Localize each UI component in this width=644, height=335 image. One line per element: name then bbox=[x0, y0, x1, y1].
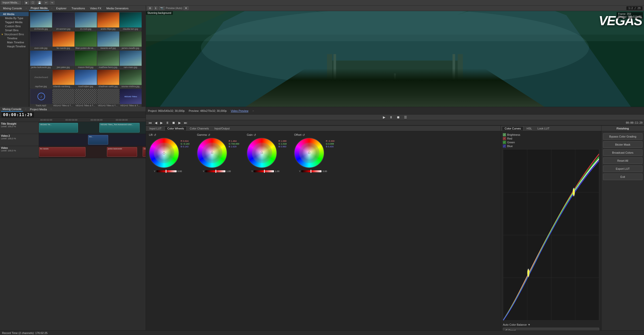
toolbar-undo[interactable]: ↩ bbox=[44, 1, 49, 5]
media-item[interactable]: mason-field.jpg bbox=[75, 50, 97, 69]
track-clip[interactable]: fer-nando bbox=[39, 147, 86, 157]
media-item[interactable]: lilian-justen-de-vasco ncellos.jpg bbox=[75, 31, 97, 50]
wheel-lift-wheel[interactable] bbox=[149, 138, 179, 168]
stop-btn[interactable]: ⏹ bbox=[396, 115, 401, 119]
track-clip[interactable]: janke-laskowski bbox=[107, 147, 137, 157]
track-clip[interactable]: claudia-lam bbox=[143, 147, 146, 157]
tree-main-timeline[interactable]: Main Timeline bbox=[0, 40, 29, 44]
media-item[interactable]: 19-friends.jpg bbox=[30, 12, 52, 31]
tree-smart-bins[interactable]: Smart Bins bbox=[0, 28, 29, 32]
checkbox-brightness[interactable]: ✓ bbox=[503, 133, 506, 136]
media-item[interactable]: james-zwadlo.jpg bbox=[119, 31, 141, 50]
wheel-lift-reset[interactable]: ↺ bbox=[154, 133, 156, 137]
tc-end[interactable]: ⏭ bbox=[183, 121, 188, 125]
play-btn[interactable]: ▶ bbox=[382, 115, 386, 119]
tc-prev[interactable]: ◀ bbox=[154, 121, 158, 125]
wheel-gamma-y-slider[interactable] bbox=[205, 170, 225, 172]
wheel-offset-y-slider[interactable] bbox=[301, 170, 321, 172]
tc-next[interactable]: ▶ bbox=[177, 121, 182, 125]
tab-color-curves[interactable]: Color Curves bbox=[502, 126, 524, 130]
media-item[interactable]: 20-women.jpg bbox=[52, 12, 74, 31]
media-item[interactable]: iswanto-arif.jpg bbox=[97, 31, 119, 50]
checkbox-blue[interactable]: ✓ bbox=[503, 145, 506, 148]
tab-project-media-2[interactable]: Project Media bbox=[28, 107, 48, 111]
wheel-gain-wheel[interactable] bbox=[247, 138, 277, 168]
tab-transitions[interactable]: Transitions bbox=[70, 6, 86, 10]
toolbar-save[interactable]: 💾 bbox=[36, 1, 43, 5]
media-item[interactable]: VEGAS Titles VEGAS Titles & Text ADVANCE… bbox=[119, 89, 141, 107]
preview-settings-btn[interactable]: ⚙ bbox=[147, 6, 153, 10]
tab-explorer[interactable]: Explorer bbox=[55, 6, 68, 10]
preview-camera-btn[interactable]: 📷 bbox=[159, 6, 165, 10]
tab-input-lut[interactable]: Input LUT bbox=[147, 126, 164, 130]
media-item[interactable]: 21-rock.jpg bbox=[75, 12, 97, 31]
broadcast-colors-btn[interactable]: Broadcast Colors bbox=[603, 149, 642, 156]
tc-stop2[interactable]: ⏹ bbox=[171, 121, 176, 125]
tab-project-media[interactable]: Project Media bbox=[29, 6, 49, 11]
tab-color-channels[interactable]: Color Channels bbox=[187, 126, 211, 130]
media-item[interactable]: VEGAS Titles & Text 43 bbox=[75, 89, 97, 107]
track-clip[interactable]: bw... bbox=[88, 135, 108, 145]
curve-graph[interactable] bbox=[503, 149, 599, 321]
media-item[interactable]: janke-laskowski.jpg bbox=[30, 50, 52, 69]
loop-btn[interactable]: ☰ bbox=[403, 115, 408, 119]
media-item[interactable]: evor-cole.jpg bbox=[30, 31, 52, 50]
tc-pause2[interactable]: ⏸ bbox=[165, 121, 170, 125]
bypass-color-grading-btn[interactable]: Bypass Color Grading bbox=[603, 133, 642, 140]
tree-haupt-timeline[interactable]: Haupt-Timeline bbox=[0, 44, 29, 48]
media-item[interactable]: rolands-varsbergs.jpg bbox=[52, 70, 74, 88]
tree-timeline[interactable]: Timeline bbox=[0, 36, 29, 40]
toolbar-new[interactable]: ▶ bbox=[24, 1, 29, 5]
media-item[interactable]: VEGAS Titles & Text 42 bbox=[52, 89, 74, 107]
tree-media-by-type[interactable]: Media By Type bbox=[0, 16, 29, 20]
tab-mixing-console[interactable]: Mixing Console bbox=[2, 6, 23, 10]
toolbar-open[interactable]: ☐ bbox=[30, 1, 35, 5]
wheel-offset-wheel[interactable] bbox=[294, 138, 324, 168]
import-media-btn[interactable]: Import Media... bbox=[1, 1, 21, 5]
media-item[interactable]: joe-yates.jpg bbox=[52, 50, 74, 69]
tree-tagged-media[interactable]: Tagged Media bbox=[0, 20, 29, 24]
preview-info-btn[interactable]: ℹ bbox=[154, 6, 158, 10]
bezier-mask-btn[interactable]: Bézier Mask bbox=[603, 141, 642, 148]
wheel-gain-y-slider[interactable] bbox=[254, 170, 274, 172]
tree-storyboard-bins[interactable]: Storyboard Bins bbox=[4, 33, 24, 36]
tab-video-fx[interactable]: Video FX bbox=[89, 6, 103, 10]
toolbar-redo[interactable]: ↪ bbox=[50, 1, 55, 5]
media-item[interactable]: andre-filipe.jpg bbox=[97, 12, 119, 31]
media-item[interactable]: sourav-mishra.jpg bbox=[119, 70, 141, 88]
pause-btn[interactable]: ⏸ bbox=[388, 115, 394, 119]
media-item[interactable]: claudia-lam.jpg bbox=[119, 12, 141, 31]
tab-color-wheels[interactable]: Color Wheels bbox=[165, 126, 187, 130]
close-preview[interactable]: × bbox=[252, 109, 254, 112]
wheel-gain-reset[interactable]: ↺ bbox=[254, 133, 256, 137]
media-item[interactable]: checkerboard raychan.jpg bbox=[30, 70, 52, 88]
wheel-gamma-reset[interactable]: ↺ bbox=[208, 133, 210, 137]
tree-custom-bins[interactable]: Custom Bins bbox=[0, 24, 29, 28]
wheel-offset-reset[interactable]: ↺ bbox=[302, 133, 305, 137]
checkbox-red[interactable]: ✓ bbox=[503, 137, 506, 140]
media-item[interactable]: ♪ Track.mp3 bbox=[30, 89, 52, 107]
video-preview-label[interactable]: Video Preview bbox=[231, 109, 248, 112]
media-item[interactable]: shadman-sakib.jpg bbox=[97, 70, 119, 88]
tab-media-generators[interactable]: Media Generators bbox=[105, 6, 130, 10]
wheel-gamma-wheel[interactable] bbox=[197, 138, 227, 168]
tab-hsl[interactable]: HSL bbox=[524, 126, 534, 130]
track-clip[interactable]: VEGAS Titl... bbox=[39, 123, 78, 132]
preview-mode-btn[interactable]: ▼ bbox=[183, 6, 189, 10]
tab-input-output[interactable]: Input/Output bbox=[212, 126, 232, 130]
tc-play2[interactable]: ▶ bbox=[159, 121, 164, 125]
media-item[interactable]: ruud-luijten.jpg bbox=[75, 70, 97, 88]
media-item[interactable]: VEGAS Titles & Text 45 bbox=[97, 89, 119, 107]
media-item[interactable]: ram-maru.jpg bbox=[119, 50, 141, 69]
exit-btn[interactable]: Exit bbox=[603, 174, 642, 180]
reset-all-btn[interactable]: Reset All bbox=[603, 157, 642, 164]
tab-look-lut[interactable]: Look LUT bbox=[535, 126, 552, 130]
wheel-lift-y-slider[interactable] bbox=[156, 170, 177, 172]
checkbox-green[interactable]: ✓ bbox=[503, 141, 506, 144]
tab-mixing[interactable]: Mixing Console bbox=[1, 107, 23, 112]
media-item[interactable]: fer-nando.jpg bbox=[52, 31, 74, 50]
track-clip[interactable]: VEGAS Titles_Text Advanced color... bbox=[99, 123, 140, 132]
export-lut-btn[interactable]: Export LUT bbox=[603, 165, 642, 172]
preview-area[interactable]: Stunning background bbox=[146, 11, 644, 107]
media-item[interactable]: matthew-henry.jpg bbox=[97, 50, 119, 69]
